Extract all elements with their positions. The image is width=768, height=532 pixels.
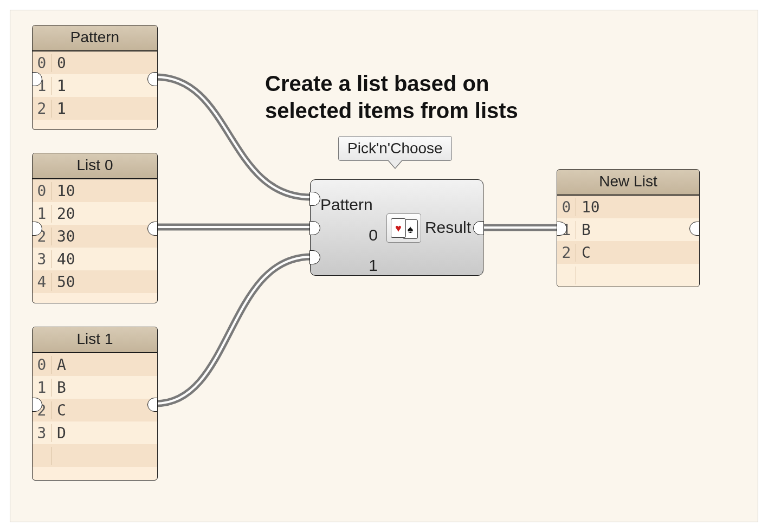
headline: Create a list based on selected items fr… xyxy=(265,70,518,124)
node-port-pattern[interactable] xyxy=(309,192,320,206)
panel-rows: 00 11 21 xyxy=(33,51,157,120)
node-port-0[interactable] xyxy=(309,221,320,235)
node-input-1: 1 xyxy=(320,250,378,281)
table-row: 21 xyxy=(33,97,157,120)
headline-line2: selected items from lists xyxy=(265,97,518,124)
table-row: 1B xyxy=(33,376,157,399)
component-tooltip-label: Pick'n'Choose xyxy=(347,140,443,157)
panel-list0[interactable]: List 0 010 120 230 340 450 xyxy=(32,153,158,303)
table-row xyxy=(33,444,157,467)
table-row: 340 xyxy=(33,248,157,270)
table-row: 3D xyxy=(33,421,157,444)
port-out[interactable] xyxy=(147,398,158,412)
cards-icon: ♥ ♠ xyxy=(386,213,421,243)
node-inputs: Pattern 0 1 xyxy=(320,190,378,281)
port-out[interactable] xyxy=(689,222,700,236)
table-row: 120 xyxy=(33,202,157,225)
node-pick-n-choose[interactable]: Pattern 0 1 ♥ ♠ Result xyxy=(310,179,483,276)
node-input-pattern: Pattern xyxy=(320,190,378,220)
table-row xyxy=(557,264,699,287)
headline-line1: Create a list based on xyxy=(265,70,518,97)
table-row: 1B xyxy=(557,218,699,241)
panel-title: List 0 xyxy=(33,153,157,179)
table-row: 010 xyxy=(557,196,699,218)
tooltip-arrow-icon xyxy=(388,160,403,169)
panel-rows: 0A 1B 2C 3D xyxy=(33,353,157,467)
port-out[interactable] xyxy=(147,72,158,86)
panel-list1[interactable]: List 1 0A 1B 2C 3D xyxy=(32,327,158,481)
table-row: 230 xyxy=(33,225,157,248)
node-output-result: Result xyxy=(425,218,471,237)
panel-newlist[interactable]: New List 010 1B 2C xyxy=(557,169,700,287)
heart-card-icon: ♥ xyxy=(391,218,406,238)
node-port-result[interactable] xyxy=(473,221,484,235)
table-row: 450 xyxy=(33,270,157,293)
node-port-1[interactable] xyxy=(309,250,320,264)
panel-title: New List xyxy=(557,170,699,196)
diagram-canvas[interactable]: .w{fill:none;stroke-linecap:round;} .w.o… xyxy=(10,10,758,522)
table-row: 0A xyxy=(33,353,157,376)
panel-title: Pattern xyxy=(33,25,157,51)
panel-rows: 010 120 230 340 450 xyxy=(33,179,157,293)
node-outputs: Result xyxy=(425,180,471,275)
table-row: 2C xyxy=(557,241,699,264)
table-row: 00 xyxy=(33,51,157,74)
table-row: 010 xyxy=(33,179,157,202)
table-row: 2C xyxy=(33,399,157,421)
table-row: 11 xyxy=(33,74,157,97)
panel-title: List 1 xyxy=(33,327,157,353)
port-out[interactable] xyxy=(147,222,158,236)
node-input-0: 0 xyxy=(320,220,378,250)
component-tooltip: Pick'n'Choose xyxy=(338,136,452,161)
panel-pattern[interactable]: Pattern 00 11 21 xyxy=(32,25,158,130)
panel-rows: 010 1B 2C xyxy=(557,196,699,287)
